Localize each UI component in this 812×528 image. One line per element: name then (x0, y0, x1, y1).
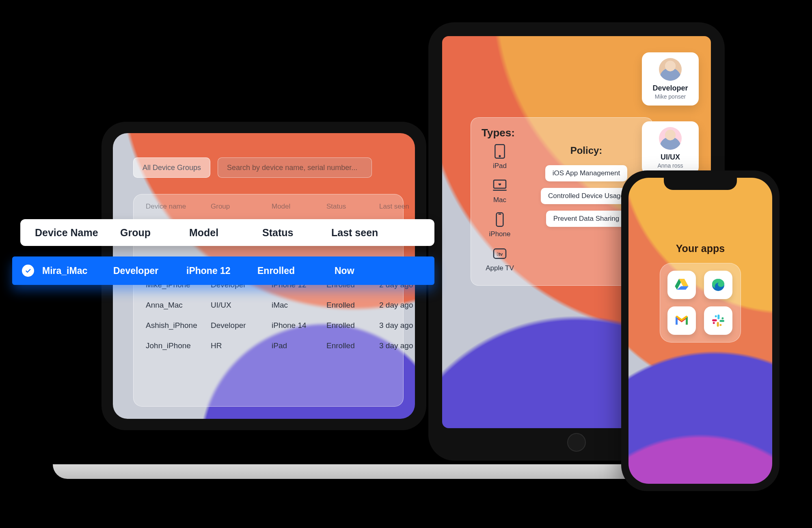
laptop-base (53, 464, 682, 479)
app-microsoft-edge[interactable] (704, 271, 732, 299)
app-slack[interactable] (704, 306, 732, 335)
device-types-list: iPad Mac iPhone tv Apple TV (482, 143, 518, 272)
mac-icon (492, 177, 508, 194)
svg-point-15 (713, 322, 715, 324)
slack-icon (710, 312, 726, 329)
device-toolbar: All Device Groups Search by device name,… (133, 157, 372, 178)
table-row[interactable]: Anna_Mac UI/UX iMac Enrolled 2 day ago (134, 295, 403, 315)
iphone-icon (492, 211, 508, 228)
cell-model: iPhone 12 (186, 265, 257, 276)
phone-device: Your apps (621, 170, 780, 491)
edge-icon (710, 277, 726, 293)
svg-point-1 (499, 155, 501, 157)
cell-name: Ashish_iPhone (146, 321, 211, 330)
svg-rect-8 (717, 315, 719, 319)
tablet-home-button[interactable] (567, 433, 586, 452)
cell-status: Enrolled (326, 301, 379, 310)
svg-text:tv: tv (497, 251, 503, 256)
cell-group: UI/UX (211, 301, 272, 310)
search-input[interactable]: Search by device name, serial number... (218, 157, 372, 178)
cell-seen: Now (335, 265, 400, 276)
cell-status: Enrolled (257, 265, 335, 276)
user-name: Mike ponser (646, 93, 695, 100)
cell-seen: 2 day ago (379, 301, 415, 310)
type-label: Mac (493, 196, 506, 204)
cell-status: Enrolled (326, 341, 379, 350)
svg-point-12 (715, 315, 717, 317)
table-row[interactable]: Ashish_iPhone Developer iPhone 14 Enroll… (134, 315, 403, 336)
cell-name: John_iPhone (146, 341, 211, 350)
cell-status: Enrolled (326, 321, 379, 330)
ipad-icon (492, 143, 508, 159)
types-title: Types: (482, 127, 642, 139)
filter-all-groups[interactable]: All Device Groups (133, 157, 210, 178)
type-mac[interactable]: Mac (492, 177, 508, 204)
svg-rect-3 (497, 213, 503, 226)
cell-model: iPad (272, 341, 326, 350)
cell-group: Developer (113, 265, 186, 276)
cell-name: Mira_iMac (42, 265, 113, 276)
ghost-header: Group (211, 203, 272, 211)
ghost-header: Model (272, 203, 326, 211)
svg-rect-9 (719, 320, 724, 322)
user-role: Developer (646, 84, 695, 93)
cell-seen: 3 day ago (379, 341, 415, 350)
policy-title: Policy: (570, 145, 603, 156)
user-name: Anna ross (646, 162, 695, 169)
type-label: iPad (493, 162, 507, 170)
ghost-header-row: Device name Group Model Status Last seen (134, 194, 403, 214)
laptop-device: All Device Groups Search by device name,… (102, 122, 438, 455)
type-appletv[interactable]: tv Apple TV (486, 246, 514, 272)
policy-item[interactable]: Prevent Data Sharing (546, 211, 627, 227)
table-row[interactable]: John_iPhone HR iPad Enrolled 3 day ago (134, 336, 403, 356)
col-status: Status (262, 227, 331, 239)
table-row-selected[interactable]: Mira_iMac Developer iPhone 12 Enrolled N… (12, 256, 434, 285)
svg-rect-11 (712, 319, 717, 321)
ghost-header: Device name (146, 203, 211, 211)
ghost-header: Last seen (379, 203, 415, 211)
appletv-icon: tv (492, 246, 508, 262)
col-model: Model (189, 227, 262, 239)
check-circle-icon (22, 265, 34, 277)
app-gmail[interactable] (667, 306, 696, 335)
policy-item[interactable]: Controlled Device Usage (541, 188, 632, 204)
type-label: Apple TV (486, 264, 514, 272)
apps-folder[interactable] (660, 263, 741, 343)
table-header-row: Device Name Group Model Status Last seen (20, 219, 434, 246)
svg-point-14 (719, 324, 721, 326)
cell-model: iPhone 14 (272, 321, 326, 330)
drive-icon (674, 277, 690, 293)
cell-group: Developer (211, 321, 272, 330)
apps-title: Your apps (628, 243, 772, 254)
user-card[interactable]: Developer Mike ponser (642, 52, 699, 106)
col-device-name: Device Name (35, 227, 120, 239)
svg-point-13 (721, 317, 723, 319)
phone-notch (664, 178, 737, 190)
avatar (659, 58, 682, 81)
gmail-icon (674, 312, 690, 329)
cell-name: Anna_Mac (146, 301, 211, 310)
avatar (659, 127, 682, 150)
type-iphone[interactable]: iPhone (489, 211, 511, 238)
svg-rect-10 (717, 322, 719, 327)
policy-item[interactable]: iOS App Management (545, 165, 627, 181)
cell-group: HR (211, 341, 272, 350)
user-card[interactable]: UI/UX Anna ross (642, 121, 699, 175)
ghost-header: Status (326, 203, 379, 211)
type-ipad[interactable]: iPad (492, 143, 508, 170)
user-role: UI/UX (646, 153, 695, 162)
phone-screen: Your apps (628, 178, 772, 484)
cell-model: iMac (272, 301, 326, 310)
col-last-seen: Last seen (331, 227, 400, 239)
cell-seen: 3 day ago (379, 321, 415, 330)
col-group: Group (120, 227, 189, 239)
type-label: iPhone (489, 230, 511, 238)
app-google-drive[interactable] (667, 271, 696, 299)
